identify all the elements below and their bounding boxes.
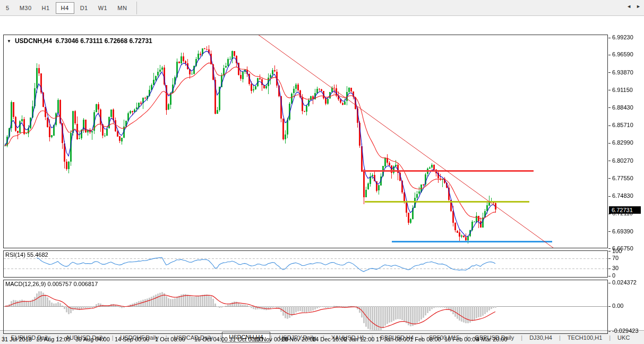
price-axis-tick xyxy=(608,161,611,161)
price-axis-label: 6.77550 xyxy=(612,175,633,181)
date-label: 4 Mar 20:00 xyxy=(476,336,508,342)
date-label: 2 Jan 12:00 xyxy=(344,336,375,342)
price-axis-tick xyxy=(608,248,611,249)
timeframe-button-MN[interactable]: MN xyxy=(113,3,131,13)
timeframe-button-D1[interactable]: D1 xyxy=(76,3,92,13)
timeframe-button-H4[interactable]: H4 xyxy=(56,2,74,14)
rsi-axis-tick xyxy=(608,269,611,269)
current-price-badge: 6.72731 xyxy=(609,206,641,214)
price-axis-tick xyxy=(608,38,611,38)
price-axis-tick xyxy=(608,125,611,126)
tab-scroll-arrows: ◄ ► xyxy=(626,4,641,9)
chart-window: ▼USDCNH,H4 6.73046 6.73111 6.72668 6.727… xyxy=(0,16,644,330)
timeframe-toolbar: 5M30H1H4D1W1MN xyxy=(0,0,644,16)
price-axis-tick xyxy=(608,214,611,214)
macd-axis-tick xyxy=(608,306,611,307)
macd-axis-tick xyxy=(608,283,611,283)
timeframe-button-H1[interactable]: H1 xyxy=(38,3,54,13)
price-axis-tick xyxy=(608,196,611,197)
price-axis-label: 6.69390 xyxy=(612,228,633,234)
price-axis-tick xyxy=(608,143,611,144)
tab-TECH100-H1[interactable]: TECH100,H1 xyxy=(561,332,608,343)
date-label: 16 Oct 04:00 xyxy=(194,336,228,342)
symbol-dropdown-icon[interactable]: ▼ xyxy=(7,39,11,44)
price-axis-tick xyxy=(608,55,611,55)
rsi-axis-label: 0 xyxy=(612,272,615,279)
price-axis-tick xyxy=(608,231,611,232)
rsi-axis-label: 30 xyxy=(612,265,619,271)
date-label: 29 Nov 20:00 xyxy=(281,336,316,342)
price-axis-label: 6.80270 xyxy=(612,157,633,164)
date-label: 14 Dec 16:00 xyxy=(312,336,347,342)
price-axis-tick xyxy=(608,107,611,108)
price-axis-label: 6.99230 xyxy=(612,34,633,40)
timeframe-button-M30[interactable]: M30 xyxy=(15,3,36,13)
macd-axis-label: -0.029423 xyxy=(612,328,639,334)
date-label: 1 Feb 08:00 xyxy=(410,336,441,342)
chart-title-ohlc: 6.73046 6.73111 6.72668 6.72731 xyxy=(56,37,152,45)
chart-title[interactable]: ▼USDCNH,H4 6.73046 6.73111 6.72668 6.727… xyxy=(7,37,152,45)
timeframe-button-5[interactable]: 5 xyxy=(2,3,14,13)
rsi-axis-label: 100 xyxy=(612,248,622,254)
price-axis-label: 6.85710 xyxy=(612,122,633,128)
price-axis-label: 6.91150 xyxy=(612,87,633,93)
macd-axis-label: 0.00 xyxy=(612,303,623,309)
price-axis-label: 6.82990 xyxy=(612,139,633,146)
price-axis-tick xyxy=(608,90,611,90)
rsi-axis-tick xyxy=(608,251,611,251)
date-label: 14 Sep 00:00 xyxy=(115,336,149,342)
rsi-axis-tick xyxy=(608,258,611,259)
chart-title-symbol: USDCNH,H4 xyxy=(15,37,52,45)
price-axis-tick xyxy=(608,72,611,73)
price-axis-label: 6.88430 xyxy=(612,104,633,111)
macd-axis-tick xyxy=(608,331,611,332)
price-axis-label: 6.93870 xyxy=(612,69,633,75)
toolbar-separator xyxy=(136,2,137,14)
tab-scroll-right-icon[interactable]: ► xyxy=(636,4,641,9)
rsi-axis-tick xyxy=(608,276,611,276)
date-label: 15 Aug 12:00 xyxy=(36,336,71,342)
chart-canvas[interactable] xyxy=(0,16,644,344)
price-axis-label: 6.74830 xyxy=(612,192,633,199)
date-label: 1 Oct 08:00 xyxy=(155,336,185,342)
date-label: 31 Jul 2018 xyxy=(2,336,32,342)
date-label: 16 Feb 00:00 xyxy=(444,336,479,342)
macd-axis-label: 0.024372 xyxy=(612,279,637,286)
timeframe-button-W1[interactable]: W1 xyxy=(94,3,112,13)
tab-scroll-left-icon[interactable]: ◄ xyxy=(626,4,631,9)
date-label: 17 Jan 08:00 xyxy=(376,336,410,342)
tab-DJ30-H4[interactable]: DJ30,H4 xyxy=(523,332,559,343)
macd-indicator-label: MACD(12,26,9) 0.005757 0.006817 xyxy=(5,281,98,287)
date-label: 30 Aug 04:00 xyxy=(75,336,110,342)
rsi-axis-label: 70 xyxy=(612,255,619,261)
price-axis-label: 6.96590 xyxy=(612,51,633,57)
price-axis-tick xyxy=(608,178,611,179)
rsi-indicator-label: RSI(14) 55.4682 xyxy=(5,251,48,258)
